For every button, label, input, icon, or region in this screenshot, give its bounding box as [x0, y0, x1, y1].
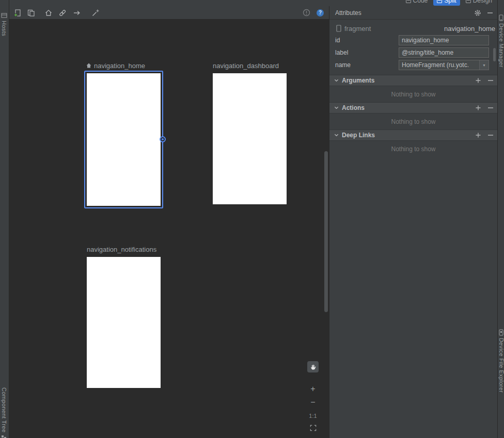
duplicate-button[interactable] [26, 8, 36, 18]
chevron-down-icon: ▼ [479, 60, 489, 70]
component-id-value: navigation_home [444, 25, 495, 33]
actions-chevron-down-icon [334, 106, 339, 110]
hosts-label: Hosts [1, 21, 7, 36]
remove-action-icon[interactable] [487, 105, 494, 111]
navigation-graph-canvas[interactable]: navigation_home navigation_dashboard nav… [9, 20, 329, 438]
tab-code-label: Code [413, 0, 428, 4]
fragment-notifications-label[interactable]: navigation_notifications [87, 246, 156, 253]
section-arguments[interactable]: Arguments [329, 75, 497, 86]
nav-editor-toolbar: ? [9, 6, 329, 20]
pan-tool-button[interactable] [307, 361, 319, 372]
deep-links-empty-text: Nothing to show [329, 141, 497, 157]
fragment-home-selected-frame[interactable] [84, 71, 163, 208]
auto-arrange-button[interactable] [91, 8, 100, 18]
panel-vertical-scrollbar[interactable] [493, 48, 496, 61]
sidebar-item-component-tree[interactable]: Component Tree [1, 387, 7, 438]
fragment-home-action-handle[interactable] [160, 136, 166, 142]
split-icon [437, 0, 442, 3]
tab-design-label: Design [473, 0, 492, 4]
pan-hand-icon [309, 363, 317, 371]
fragment-notifications-preview[interactable] [87, 257, 161, 388]
fragment-dashboard-name: navigation_dashboard [213, 62, 279, 70]
fragment-dashboard-preview[interactable] [213, 73, 287, 204]
help-icon: ? [317, 9, 324, 17]
fragment-dashboard-label[interactable]: navigation_dashboard [213, 62, 279, 69]
zoom-in-button[interactable]: + [307, 385, 319, 393]
arguments-chevron-down-icon [334, 78, 339, 83]
zoom-ratio-label: 1:1 [307, 413, 319, 419]
new-destination-button[interactable] [13, 8, 22, 18]
hosts-icon [1, 12, 7, 19]
deep-link-button[interactable] [58, 8, 67, 18]
toolbar-right-group: ? [302, 8, 329, 18]
id-field-label: id [335, 37, 399, 44]
fragment-notifications-name: navigation_notifications [87, 246, 156, 253]
action-arrow-icon [73, 9, 81, 17]
field-row-name: name HomeFragment (ru.yotc. ▼ [329, 59, 497, 71]
tab-split-label: Split [444, 0, 456, 4]
device-file-explorer-icon [498, 329, 504, 336]
add-argument-icon[interactable] [475, 77, 481, 84]
zoom-to-fit-button[interactable] [307, 423, 319, 432]
sidebar-item-device-manager[interactable]: Device Manager [498, 14, 504, 68]
tab-split[interactable]: Split [433, 0, 460, 6]
top-strip: Code Split Design [0, 0, 504, 6]
add-action-button[interactable] [72, 8, 82, 18]
component-tree-label: Component Tree [1, 387, 7, 433]
hide-panel-minus-icon[interactable] [487, 10, 493, 16]
fragment-home-label[interactable]: navigation_home [86, 62, 145, 69]
left-tool-stripe: Hosts Component Tree [0, 0, 9, 438]
id-input[interactable] [399, 35, 489, 45]
attributes-title: Attributes [335, 9, 361, 17]
remove-argument-icon[interactable] [487, 77, 494, 84]
start-destination-home-icon [86, 62, 92, 69]
editor-mode-tabs: Code Split Design [402, 0, 496, 6]
label-input[interactable] [399, 47, 489, 58]
name-field-label: name [335, 61, 399, 69]
remove-deep-link-icon[interactable] [487, 132, 494, 138]
section-actions[interactable]: Actions [329, 102, 497, 113]
sidebar-item-hosts[interactable]: Hosts [1, 12, 7, 36]
code-icon [406, 0, 411, 3]
gear-icon[interactable] [474, 9, 481, 17]
issues-button[interactable] [302, 8, 311, 18]
zoom-out-button[interactable]: − [307, 398, 319, 407]
label-field-label: label [335, 49, 399, 56]
component-tree-icon [1, 435, 7, 438]
field-row-label: label [329, 46, 497, 59]
navigation-editor-window: Code Split Design Hosts Component Tree [0, 0, 504, 438]
actions-empty-text: Nothing to show [329, 113, 497, 129]
section-deep-links[interactable]: Deep Links [329, 129, 497, 141]
tab-code[interactable]: Code [402, 0, 432, 6]
selected-component-row: fragment navigation_home [329, 23, 497, 34]
sidebar-item-device-file-explorer[interactable]: Device File Explorer [498, 329, 504, 393]
name-dropdown-value: HomeFragment (ru.yotc. [399, 61, 479, 69]
action-handle-dot [162, 138, 164, 140]
device-manager-label: Device Manager [498, 23, 504, 68]
fragment-home-preview[interactable] [87, 73, 161, 206]
design-icon [466, 0, 471, 3]
tab-design[interactable]: Design [462, 0, 496, 6]
new-destination-icon [13, 9, 22, 17]
device-manager-icon [498, 14, 504, 21]
arguments-empty-text: Nothing to show [329, 86, 497, 102]
attributes-panel-header: Attributes [329, 6, 497, 20]
zoom-controls: + − 1:1 [307, 361, 320, 432]
canvas-vertical-scrollbar[interactable] [324, 151, 328, 312]
assign-start-destination-button[interactable] [44, 8, 53, 18]
deep-links-chevron-down-icon [334, 133, 339, 137]
add-action-icon[interactable] [475, 105, 481, 111]
home-icon [44, 9, 53, 17]
duplicate-icon [27, 9, 35, 17]
add-deep-link-icon[interactable] [475, 132, 481, 138]
name-dropdown[interactable]: HomeFragment (ru.yotc. ▼ [399, 60, 489, 70]
actions-title: Actions [342, 104, 365, 111]
fragment-home-name: navigation_home [94, 62, 145, 70]
fragment-icon [336, 25, 341, 32]
component-type-label: fragment [344, 25, 371, 33]
help-button[interactable]: ? [316, 8, 325, 18]
link-icon [58, 9, 67, 17]
attributes-panel: Attributes fragment navigation_home id [329, 6, 497, 438]
magic-wand-icon [91, 9, 100, 17]
deep-links-title: Deep Links [342, 132, 375, 139]
